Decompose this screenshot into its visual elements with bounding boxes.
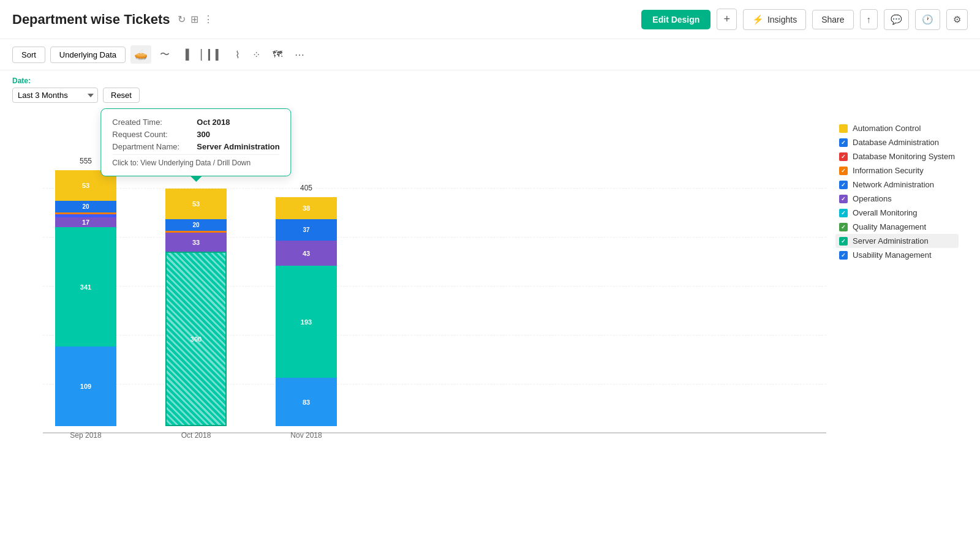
- tooltip-dept-value: Server Administration: [197, 142, 279, 151]
- chart-type-line[interactable]: 〜: [156, 46, 173, 64]
- legend-item-usability[interactable]: ✓ Usability Management: [835, 248, 959, 262]
- add-button[interactable]: +: [717, 9, 737, 30]
- legend-item-infosec[interactable]: ✓ Information Security: [835, 163, 959, 178]
- tooltip-created-value: Oct 2018: [197, 118, 230, 127]
- export-icon-button[interactable]: ↑: [860, 9, 878, 29]
- insights-button[interactable]: ⚡ Insights: [743, 9, 806, 30]
- legend-label-automation: Automation Control: [853, 124, 921, 133]
- bar-group-nov: 405 83 193 43 37 38 Nov 2018: [276, 197, 337, 440]
- stacked-bar-nov[interactable]: 83 193 43 37 38: [276, 197, 337, 426]
- legend-item-dbadmin[interactable]: ✓ Database Administration: [835, 135, 959, 149]
- chart-type-more[interactable]: ⋯: [291, 47, 308, 63]
- history-icon: 🕐: [922, 14, 933, 25]
- legend-label-infosec: Information Security: [853, 166, 924, 175]
- bar-total-sep: 555: [80, 157, 92, 165]
- legend-item-quality[interactable]: ✓ Quality Management: [835, 220, 959, 234]
- legend-label-quality: Quality Management: [853, 222, 926, 231]
- seg-sep-server: 109: [55, 347, 116, 426]
- bar-chart-icon: ▐: [182, 49, 189, 59]
- header: Department wise Tickets ↻ ⊞ ⋮ Edit Desig…: [0, 0, 980, 39]
- settings-icon: ⚙: [953, 14, 961, 25]
- stacked-bar-oct[interactable]: 300 33 20 53: [165, 189, 227, 426]
- filter-area: Date: Last 3 Months Last 6 Months This Y…: [0, 70, 980, 109]
- chart-container: 555 109 341 17 20: [12, 115, 826, 470]
- toolbar: Sort Underlying Data 🥧 〜 ▐ ▏▎▍ ⌇ ⁘ 🗺 ⋯: [0, 39, 980, 70]
- reset-button[interactable]: Reset: [103, 88, 140, 103]
- area-chart-icon: ⌇: [235, 50, 240, 60]
- seg-oct-dbadmin: 20: [165, 219, 227, 231]
- chart-type-map[interactable]: 🗺: [269, 47, 286, 62]
- legend-color-operations: ✓: [839, 195, 848, 203]
- history-icon-button[interactable]: 🕐: [915, 9, 940, 30]
- line-chart-icon: 〜: [160, 49, 170, 59]
- more-chart-icon: ⋯: [295, 50, 304, 60]
- legend-label-netadmin: Network Administration: [853, 180, 934, 189]
- legend-label-overallmon: Overall Monitoring: [853, 208, 918, 217]
- edit-design-button[interactable]: Edit Design: [641, 10, 710, 29]
- tooltip: Created Time: Oct 2018 Request Count: 30…: [100, 108, 291, 176]
- comment-icon-button[interactable]: 💬: [884, 9, 909, 30]
- legend-color-infosec: ✓: [839, 167, 848, 175]
- filter-label: Date:: [12, 77, 968, 85]
- more-icon[interactable]: ⋮: [203, 13, 213, 25]
- chart-type-bar[interactable]: ▐: [178, 47, 192, 62]
- chart-type-pie[interactable]: 🥧: [130, 45, 151, 64]
- seg-nov-ops: 43: [276, 241, 337, 266]
- tooltip-dept-label: Department Name:: [112, 142, 192, 151]
- tooltip-count-label: Request Count:: [112, 130, 192, 139]
- legend-item-netadmin[interactable]: ✓ Network Administration: [835, 178, 959, 192]
- tooltip-row-count: Request Count: 300: [112, 130, 279, 139]
- seg-nov-server: 83: [276, 378, 337, 426]
- header-left: Department wise Tickets ↻ ⊞ ⋮: [12, 12, 213, 28]
- sort-button[interactable]: Sort: [12, 47, 45, 63]
- share-button[interactable]: Share: [812, 10, 853, 29]
- seg-sep-dbadmin: 20: [55, 201, 116, 212]
- legend-item-dbmonitor[interactable]: ✓ Database Monitoring System: [835, 149, 959, 163]
- legend-item-operations[interactable]: ✓ Operations: [835, 192, 959, 206]
- header-right: Edit Design + ⚡ Insights Share ↑ 💬 🕐 ⚙: [641, 9, 968, 30]
- legend-color-overallmon: ✓: [839, 209, 848, 217]
- legend: Automation Control ✓ Database Administra…: [826, 115, 968, 470]
- legend-color-automation: [839, 124, 848, 133]
- bars-area: 555 109 341 17 20: [55, 140, 337, 440]
- seg-sep-overall: 341: [55, 227, 116, 347]
- table-icon[interactable]: ⊞: [190, 13, 198, 25]
- legend-label-serveradmin: Server Administration: [853, 236, 929, 246]
- legend-item-serveradmin[interactable]: ✓ Server Administration: [835, 234, 959, 248]
- bar-label-sep: Sep 2018: [70, 431, 101, 440]
- seg-oct-ops: 33: [165, 233, 227, 252]
- chart-type-scatter[interactable]: ⁘: [249, 47, 264, 63]
- legend-item-automation[interactable]: Automation Control: [835, 121, 959, 135]
- header-icons: ↻ ⊞ ⋮: [178, 13, 213, 25]
- legend-color-usability: ✓: [839, 251, 848, 260]
- refresh-icon[interactable]: ↻: [178, 13, 186, 25]
- seg-nov-dbadmin: 37: [276, 219, 337, 241]
- legend-label-dbadmin: Database Administration: [853, 138, 939, 147]
- legend-item-overallmon[interactable]: ✓ Overall Monitoring: [835, 206, 959, 220]
- legend-color-netadmin: ✓: [839, 181, 848, 189]
- map-chart-icon: 🗺: [273, 49, 282, 59]
- seg-nov-auto: 38: [276, 197, 337, 219]
- tooltip-action: Click to: View Underlying Data / Drill D…: [112, 154, 279, 167]
- seg-nov-overall: 193: [276, 266, 337, 378]
- legend-label-dbmonitor: Database Monitoring System: [853, 152, 955, 161]
- legend-label-usability: Usability Management: [853, 250, 932, 260]
- seg-sep-ops: 17: [55, 217, 116, 227]
- bar-total-nov: 405: [300, 184, 312, 192]
- tooltip-row-dept: Department Name: Server Administration: [112, 142, 279, 151]
- pie-chart-icon: 🥧: [134, 48, 148, 61]
- comment-icon: 💬: [891, 14, 902, 25]
- insights-icon: ⚡: [752, 14, 764, 25]
- page-title: Department wise Tickets: [12, 12, 170, 28]
- chart-type-area[interactable]: ⌇: [232, 47, 244, 63]
- tooltip-arrow: [190, 176, 202, 182]
- chart-type-column[interactable]: ▏▎▍: [197, 47, 227, 63]
- settings-icon-button[interactable]: ⚙: [946, 9, 968, 30]
- tooltip-created-label: Created Time:: [112, 118, 192, 127]
- date-filter-select[interactable]: Last 3 Months Last 6 Months This Year: [12, 88, 98, 103]
- tooltip-row-time: Created Time: Oct 2018: [112, 118, 279, 127]
- underlying-data-button[interactable]: Underlying Data: [50, 47, 126, 63]
- scatter-chart-icon: ⁘: [252, 50, 260, 60]
- stacked-bar-sep[interactable]: 109 341 17 20 53: [55, 170, 116, 426]
- seg-oct-server: 300: [165, 252, 227, 426]
